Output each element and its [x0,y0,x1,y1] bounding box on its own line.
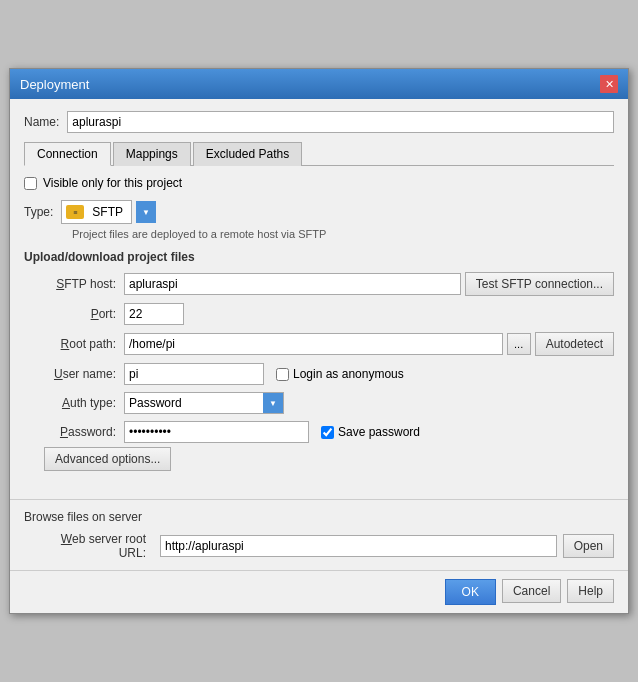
visible-only-label: Visible only for this project [43,176,182,190]
root-path-row: ... Autodetect [124,332,614,356]
tab-mappings[interactable]: Mappings [113,142,191,166]
tabs-bar: Connection Mappings Excluded Paths [24,141,614,166]
username-label: User name: [44,367,124,381]
save-password-label: Save password [338,425,420,439]
name-label: Name: [24,115,59,129]
type-select-text: SFTP [92,205,123,219]
test-sftp-button[interactable]: Test SFTP connection... [465,272,614,296]
browse-section: Browse files on server Web server root U… [10,510,628,570]
name-row: Name: [24,111,614,133]
save-password-checkbox[interactable] [321,426,334,439]
open-button[interactable]: Open [563,534,614,558]
tab-connection[interactable]: Connection [24,142,111,166]
auth-type-value: Password [125,396,263,410]
name-input[interactable] [67,111,614,133]
login-anonymous-label: Login as anonymous [293,367,404,381]
username-row: Login as anonymous [124,363,614,385]
help-button[interactable]: Help [567,579,614,603]
upload-form: SFTP host: Test SFTP connection... Port:… [24,272,614,443]
login-anonymous-checkbox[interactable] [276,368,289,381]
autodetect-button[interactable]: Autodetect [535,332,614,356]
visible-only-checkbox[interactable] [24,177,37,190]
browse-grid: Web server root URL: Open [24,532,614,560]
visible-only-row: Visible only for this project [24,176,614,190]
type-select[interactable]: ≡ SFTP [61,200,132,224]
advanced-options-button[interactable]: Advanced options... [44,447,171,471]
auth-type-dropdown-arrow[interactable]: ▼ [263,393,283,413]
password-input[interactable] [124,421,309,443]
cancel-button[interactable]: Cancel [502,579,561,603]
deployment-dialog: Deployment ✕ Name: Connection Mappings E… [9,68,629,614]
auth-type-select[interactable]: Password ▼ [124,392,284,414]
type-dropdown-arrow[interactable]: ▼ [136,201,156,223]
advanced-row: Advanced options... [24,447,614,471]
password-label: Password: [44,425,124,439]
type-row: Type: ≡ SFTP ▼ [24,200,614,224]
password-row: Save password [124,421,614,443]
login-anonymous-row: Login as anonymous [276,367,404,381]
sftp-icon: ≡ [66,205,84,219]
close-button[interactable]: ✕ [600,75,618,93]
port-label: Port: [44,307,124,321]
save-password-row: Save password [321,425,420,439]
port-row [124,303,614,325]
type-hint: Project files are deployed to a remote h… [72,228,614,240]
root-path-label: Root path: [44,337,124,351]
ok-button[interactable]: OK [445,579,496,605]
browse-section-title: Browse files on server [24,510,614,524]
sftp-host-input[interactable] [124,273,461,295]
upload-section-title: Upload/download project files [24,250,614,264]
root-path-browse-button[interactable]: ... [507,333,531,355]
auth-type-row: Password ▼ [124,392,614,414]
web-url-label: Web server root URL: [44,532,154,560]
web-url-input[interactable] [160,535,557,557]
port-input[interactable] [124,303,184,325]
divider [10,499,628,500]
dialog-title: Deployment [20,77,89,92]
root-path-input[interactable] [124,333,503,355]
tab-excluded-paths[interactable]: Excluded Paths [193,142,302,166]
sftp-host-label: SFTP host: [44,277,124,291]
sftp-host-row: Test SFTP connection... [124,272,614,296]
type-label: Type: [24,205,53,219]
dialog-body: Name: Connection Mappings Excluded Paths… [10,99,628,489]
auth-type-label: Auth type: [44,396,124,410]
title-bar: Deployment ✕ [10,69,628,99]
footer-buttons: OK Cancel Help [10,570,628,613]
username-input[interactable] [124,363,264,385]
